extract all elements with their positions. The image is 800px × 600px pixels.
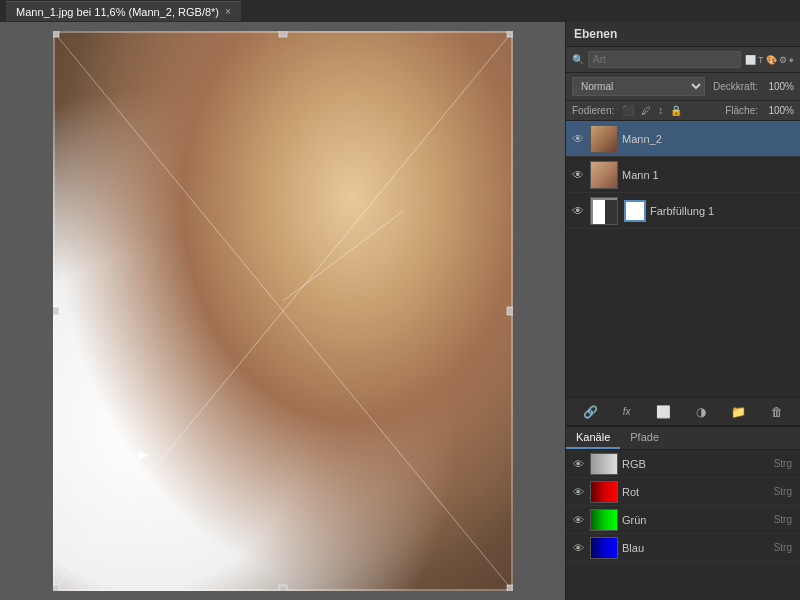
delete-layer-button[interactable]: 🗑 (767, 403, 787, 421)
document-tab[interactable]: Mann_1.jpg bei 11,6% (Mann_2, RGB/8*) × (6, 1, 241, 21)
channel-thumbnail-rot (590, 481, 618, 503)
layer-thumbnail-mann2 (590, 125, 618, 153)
filter-icon-4[interactable]: ⚙ (779, 55, 787, 65)
fill-value: 100% (762, 105, 794, 116)
channel-thumbnail-blau (590, 537, 618, 559)
channel-shortcut-gruen: Strg (774, 514, 792, 525)
search-icon: 🔍 (572, 54, 584, 65)
layers-list: 👁 Mann_2 👁 Mann 1 👁 (566, 121, 800, 397)
layers-search-input[interactable] (588, 51, 741, 68)
layers-bottom-toolbar: 🔗 fx ⬜ ◑ 📁 🗑 (566, 397, 800, 425)
channel-shortcut-rgb: Strg (774, 458, 792, 469)
layer-visibility-mann1[interactable]: 👁 (570, 167, 586, 183)
lock-all-icon[interactable]: 🔒 (668, 104, 684, 117)
channels-panel: Kanäle Pfade 👁 RGB Strg 👁 Rot Strg (566, 425, 800, 600)
tab-pfade[interactable]: Pfade (620, 427, 669, 449)
opacity-value: 100% (762, 81, 794, 92)
fill-row: Fodieren: ⬛ 🖊 ↕ 🔒 Fläche: 100% (566, 101, 800, 121)
canvas-area: ▶ (0, 22, 565, 600)
lock-icons-label: Fodieren: (572, 105, 614, 116)
layers-panel-title: Ebenen (574, 27, 617, 41)
layers-search-icons: ⬜ T 🎨 ⚙ ● (745, 55, 794, 65)
fx-button[interactable]: fx (619, 404, 635, 419)
tab-kanaele[interactable]: Kanäle (566, 427, 620, 449)
layer-item-mann2[interactable]: 👁 Mann_2 (566, 121, 800, 157)
channel-visibility-rot[interactable]: 👁 (570, 484, 586, 500)
layer-name-mann1: Mann 1 (622, 169, 796, 181)
layers-panel: Ebenen 🔍 ⬜ T 🎨 ⚙ ● Normal Deckkra (566, 22, 800, 425)
channel-name-gruen: Grün (622, 514, 770, 526)
canvas-container: ▶ (15, 37, 550, 585)
add-mask-button[interactable]: ⬜ (652, 403, 675, 421)
filter-icon-3[interactable]: 🎨 (766, 55, 777, 65)
layer-thumbnail-mann1 (590, 161, 618, 189)
layer-visibility-farbfuellung[interactable]: 👁 (570, 203, 586, 219)
layer-visibility-mann2[interactable]: 👁 (570, 131, 586, 147)
channel-item-blau[interactable]: 👁 Blau Strg (566, 534, 800, 562)
lock-paint-icon[interactable]: 🖊 (639, 104, 653, 117)
channel-item-gruen[interactable]: 👁 Grün Strg (566, 506, 800, 534)
blend-mode-row: Normal Deckkraft: 100% (566, 73, 800, 101)
filter-toggle[interactable]: ● (789, 55, 794, 65)
lock-move-icon[interactable]: ↕ (656, 104, 665, 117)
svg-rect-13 (593, 200, 605, 224)
channel-visibility-gruen[interactable]: 👁 (570, 512, 586, 528)
channel-item-rgb[interactable]: 👁 RGB Strg (566, 450, 800, 478)
canvas-frame: ▶ (53, 31, 513, 591)
layer-item-farbfuellung[interactable]: 👁 Farbfüllung 1 (566, 193, 800, 229)
channel-thumbnail-rgb (590, 453, 618, 475)
layer-item-mann1[interactable]: 👁 Mann 1 (566, 157, 800, 193)
channel-name-rgb: RGB (622, 458, 770, 470)
filter-icon-1[interactable]: ⬜ (745, 55, 756, 65)
new-group-button[interactable]: 📁 (727, 403, 750, 421)
channel-visibility-rgb[interactable]: 👁 (570, 456, 586, 472)
layers-search-row: 🔍 ⬜ T 🎨 ⚙ ● (566, 47, 800, 73)
channel-item-rot[interactable]: 👁 Rot Strg (566, 478, 800, 506)
channels-tabs: Kanäle Pfade (566, 427, 800, 450)
blend-mode-select[interactable]: Normal (572, 77, 705, 96)
tab-label: Mann_1.jpg bei 11,6% (Mann_2, RGB/8*) (16, 6, 219, 18)
layer-mask-farbfuellung (624, 200, 646, 222)
link-layers-button[interactable]: 🔗 (579, 403, 602, 421)
title-bar: Mann_1.jpg bei 11,6% (Mann_2, RGB/8*) × (0, 0, 800, 22)
filter-icon-2[interactable]: T (758, 55, 764, 65)
layer-name-farbfuellung: Farbfüllung 1 (650, 205, 796, 217)
channel-shortcut-blau: Strg (774, 542, 792, 553)
channel-name-rot: Rot (622, 486, 770, 498)
tab-close-button[interactable]: × (225, 6, 231, 17)
adjustment-button[interactable]: ◑ (692, 403, 710, 421)
main-layout: ▶ Ebenen 🔍 ⬜ T 🎨 ⚙ ● (0, 22, 800, 600)
channels-list: 👁 RGB Strg 👁 Rot Strg 👁 Grün (566, 450, 800, 600)
lock-icons: ⬛ 🖊 ↕ 🔒 (620, 104, 721, 117)
right-panel: Ebenen 🔍 ⬜ T 🎨 ⚙ ● Normal Deckkra (565, 22, 800, 600)
layers-panel-header: Ebenen (566, 22, 800, 47)
svg-rect-14 (605, 200, 617, 224)
channel-thumbnail-gruen (590, 509, 618, 531)
opacity-label: Deckkraft: (713, 81, 758, 92)
lock-transparent-icon[interactable]: ⬛ (620, 104, 636, 117)
channel-shortcut-rot: Strg (774, 486, 792, 497)
channel-name-blau: Blau (622, 542, 770, 554)
fill-label: Fläche: (725, 105, 758, 116)
layer-thumbnail-farbfuellung (590, 197, 618, 225)
channel-visibility-blau[interactable]: 👁 (570, 540, 586, 556)
photo-face-overlay (53, 31, 513, 591)
layer-name-mann2: Mann_2 (622, 133, 796, 145)
